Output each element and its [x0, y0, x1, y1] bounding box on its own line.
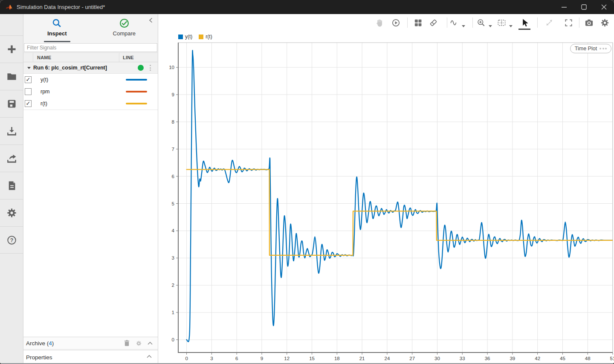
svg-text:0: 0	[172, 337, 174, 342]
add-run-button[interactable]	[0, 35, 23, 63]
app-toolstrip: ?	[0, 14, 23, 364]
signal-name: rpm	[41, 89, 50, 95]
save-icon	[6, 98, 17, 110]
signal-list: ✓ y(t) rpm ✓ r(t)	[23, 74, 158, 110]
legend-item[interactable]: y(t)	[178, 34, 192, 40]
signal-row[interactable]: rpm	[23, 86, 158, 98]
wave-dropdown-caret-icon[interactable]	[462, 21, 465, 29]
collapse-panel-icon[interactable]	[149, 17, 153, 25]
svg-text:33: 33	[460, 356, 465, 361]
archive-section-header[interactable]: Archive (4)	[23, 337, 158, 350]
signal-checkbox[interactable]	[25, 88, 32, 95]
export-button[interactable]	[0, 144, 23, 172]
svg-text:8: 8	[172, 119, 174, 124]
signal-line-swatch[interactable]	[126, 79, 147, 81]
compare-check-icon	[119, 18, 130, 29]
time-plot-badge[interactable]: Time Plot	[570, 44, 611, 53]
panel-tabs: Inspect Compare	[23, 14, 158, 43]
svg-text:3: 3	[172, 255, 174, 260]
column-header-line[interactable]: LINE	[119, 53, 158, 62]
trash-icon[interactable]	[124, 340, 130, 347]
import-icon	[6, 125, 17, 137]
app-window: Simulation Data Inspector - untitled*	[0, 0, 614, 364]
select-cursor-icon[interactable]	[519, 17, 530, 28]
snapshot-camera-icon[interactable]	[584, 17, 594, 28]
signal-checkbox[interactable]: ✓	[25, 100, 32, 107]
signal-table-header: NAME LINE	[23, 52, 158, 62]
clear-eraser-icon[interactable]	[428, 17, 438, 28]
subplot-layout-icon[interactable]	[413, 17, 423, 28]
time-plot-chart[interactable]: 0369121518212427303336394245485101234567…	[164, 40, 614, 363]
signal-row[interactable]: ✓ y(t)	[23, 74, 158, 86]
fit-to-view-icon[interactable]	[496, 17, 507, 28]
fullscreen-icon[interactable]	[563, 17, 573, 28]
svg-text:6: 6	[235, 356, 238, 361]
help-button[interactable]: ?	[0, 226, 23, 254]
expand-plot-icon	[544, 17, 554, 28]
zoom-in-icon[interactable]	[476, 17, 486, 28]
import-button[interactable]	[0, 117, 23, 144]
plus-icon	[6, 43, 17, 55]
close-button[interactable]	[594, 0, 614, 14]
preferences-button[interactable]	[0, 199, 23, 226]
legend-item[interactable]: r(t)	[199, 34, 212, 40]
maximize-button[interactable]	[574, 0, 594, 14]
tab-inspect[interactable]: Inspect	[23, 14, 91, 43]
export-icon	[6, 153, 17, 164]
chevron-up-icon[interactable]	[147, 355, 152, 358]
signal-row[interactable]: ✓ r(t)	[23, 98, 158, 110]
svg-text:4: 4	[172, 228, 175, 233]
svg-text:51: 51	[610, 356, 614, 361]
svg-text:36: 36	[485, 356, 490, 361]
svg-text:42: 42	[535, 356, 540, 361]
active-tab-underline	[44, 41, 70, 42]
zoom-dropdown-caret-icon[interactable]	[489, 21, 492, 29]
column-header-name[interactable]: NAME	[33, 53, 119, 62]
tab-compare[interactable]: Compare	[91, 14, 158, 43]
chevron-up-icon[interactable]	[148, 341, 153, 345]
save-button[interactable]	[0, 90, 23, 117]
plot-options-icon[interactable]	[600, 48, 607, 49]
svg-text:39: 39	[510, 356, 515, 361]
fit-dropdown-caret-icon[interactable]	[509, 21, 513, 29]
folder-icon	[6, 71, 17, 82]
pan-hand-icon	[374, 17, 385, 28]
window-title: Simulation Data Inspector - untitled*	[17, 4, 105, 10]
replay-icon[interactable]	[391, 17, 401, 28]
svg-text:18: 18	[334, 356, 340, 361]
svg-text:?: ?	[10, 237, 13, 243]
signal-line-swatch[interactable]	[126, 91, 147, 92]
chart-toolbar	[158, 14, 614, 31]
svg-text:6: 6	[172, 174, 174, 179]
svg-text:27: 27	[409, 356, 415, 361]
collapse-run-icon[interactable]	[27, 67, 31, 69]
signal-wave-icon[interactable]	[449, 17, 459, 28]
run-status-dot	[138, 65, 144, 71]
svg-text:5: 5	[172, 201, 174, 206]
legend-label: y(t)	[185, 34, 192, 40]
open-button[interactable]	[0, 63, 23, 90]
minimize-button[interactable]	[554, 0, 574, 14]
svg-text:24: 24	[385, 356, 390, 361]
magnifier-icon	[52, 18, 62, 29]
plot-settings-gear-icon[interactable]	[600, 17, 610, 28]
run-row[interactable]: Run 6: plc_cosim_rt[Current]	[23, 62, 158, 74]
archive-settings-gear-icon[interactable]	[136, 340, 142, 347]
column-header-checkbox	[23, 53, 33, 62]
svg-text:1: 1	[172, 310, 174, 315]
selected-tool-underline	[518, 29, 530, 30]
svg-text:3: 3	[210, 356, 213, 361]
svg-text:12: 12	[284, 356, 290, 361]
title-bar: Simulation Data Inspector - untitled*	[0, 0, 614, 14]
tab-inspect-label: Inspect	[47, 30, 67, 37]
create-report-button[interactable]	[0, 172, 23, 199]
plot-legend: y(t) r(t)	[178, 34, 212, 40]
help-icon: ?	[6, 234, 17, 246]
matlab-logo-icon	[5, 3, 13, 11]
filter-signals-input[interactable]	[24, 43, 157, 52]
run-menu-icon[interactable]	[148, 64, 152, 72]
signal-checkbox[interactable]: ✓	[25, 76, 32, 83]
signals-panel: Inspect Compare NAME LINE Run 6: plc_cos…	[23, 14, 158, 364]
properties-section-header[interactable]: Properties	[23, 350, 158, 364]
signal-line-swatch[interactable]	[126, 103, 147, 104]
